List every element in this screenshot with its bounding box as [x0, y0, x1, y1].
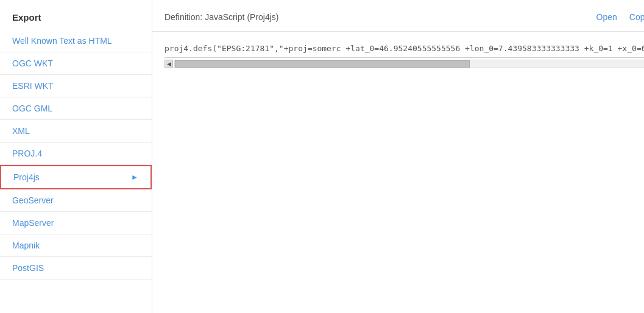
- sidebar-item-wkt-html[interactable]: Well Known Text as HTML: [0, 30, 152, 52]
- chevron-right-icon: ►: [131, 173, 138, 181]
- sidebar-item-label: Proj4js: [13, 172, 40, 182]
- sidebar-item-mapnik[interactable]: Mapnik: [0, 234, 152, 257]
- sidebar-item-xml[interactable]: XML: [0, 120, 152, 142]
- sidebar-item-proj4js[interactable]: Proj4js ►: [0, 165, 152, 189]
- header-actions: Open Copy URL Copy TEXT Download: [596, 12, 644, 22]
- code-text: proj4.defs("EPSG:21781","+proj=somerc +l…: [165, 41, 644, 56]
- code-area: proj4.defs("EPSG:21781","+proj=somerc +l…: [152, 32, 644, 79]
- sidebar-item-label: Mapnik: [12, 241, 40, 250]
- sidebar-item-label: PROJ.4: [12, 149, 42, 158]
- scroll-track[interactable]: [174, 60, 644, 68]
- horizontal-scrollbar[interactable]: ◀ ▶: [165, 58, 644, 70]
- sidebar-item-geoserver[interactable]: GeoServer: [0, 189, 152, 212]
- sidebar-item-mapserver[interactable]: MapServer: [0, 212, 152, 234]
- sidebar-item-label: Well Known Text as HTML: [12, 36, 112, 46]
- sidebar-item-postgis[interactable]: PostGIS: [0, 257, 152, 280]
- main-content: Definition: JavaScript (Proj4js) Open Co…: [152, 0, 644, 313]
- sidebar-item-ogc-gml[interactable]: OGC GML: [0, 97, 152, 120]
- sidebar-item-label: XML: [12, 126, 30, 136]
- sidebar-item-label: MapServer: [12, 218, 54, 228]
- sidebar-item-label: OGC GML: [12, 104, 52, 113]
- main-header: Definition: JavaScript (Proj4js) Open Co…: [152, 0, 644, 32]
- sidebar-item-ogc-wkt[interactable]: OGC WKT: [0, 52, 152, 75]
- sidebar-title: Export: [0, 12, 152, 30]
- sidebar-item-label: ESRI WKT: [12, 81, 54, 91]
- sidebar-item-label: GeoServer: [12, 195, 54, 205]
- scroll-left-arrow[interactable]: ◀: [165, 60, 173, 68]
- sidebar-item-label: PostGIS: [12, 263, 44, 273]
- definition-title: Definition: JavaScript (Proj4js): [165, 12, 279, 22]
- open-button[interactable]: Open: [596, 12, 617, 22]
- sidebar-item-proj4[interactable]: PROJ.4: [0, 142, 152, 165]
- code-scroll-wrapper[interactable]: proj4.defs("EPSG:21781","+proj=somerc +l…: [165, 41, 644, 58]
- sidebar-item-esri-wkt[interactable]: ESRI WKT: [0, 75, 152, 97]
- sidebar: Export Well Known Text as HTML OGC WKT E…: [0, 0, 152, 313]
- sidebar-item-label: OGC WKT: [12, 58, 53, 68]
- copy-url-button[interactable]: Copy URL: [629, 12, 644, 22]
- scroll-thumb[interactable]: [175, 60, 470, 68]
